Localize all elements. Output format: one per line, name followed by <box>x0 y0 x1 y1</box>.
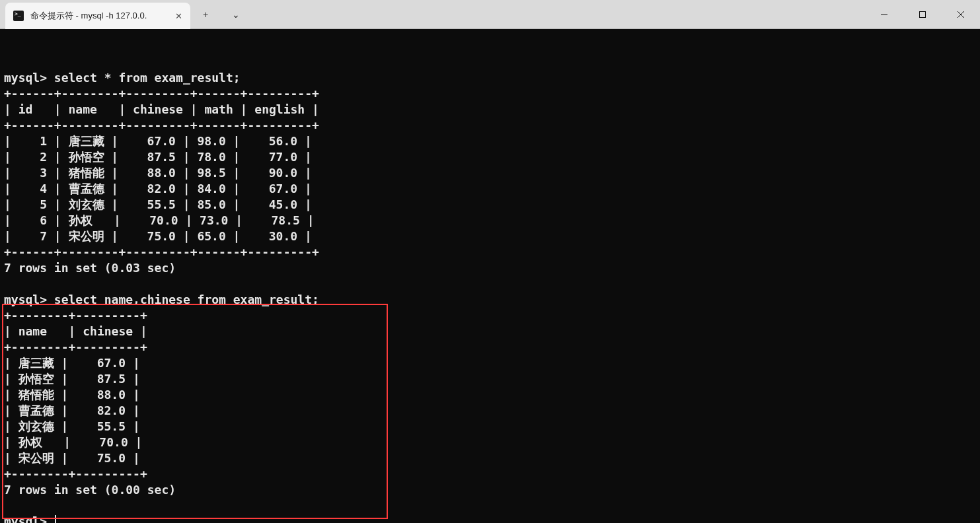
titlebar-drag-area[interactable] <box>251 0 865 28</box>
tab-dropdown-button[interactable]: ⌄ <box>221 0 251 28</box>
svg-rect-1 <box>920 12 926 18</box>
titlebar: 命令提示符 - mysql -h 127.0.0. ✕ + ⌄ <box>0 0 980 29</box>
window-controls <box>865 0 980 28</box>
close-window-button[interactable] <box>942 0 980 29</box>
terminal-output[interactable]: mysql> select * from exam_result; +-----… <box>0 29 980 523</box>
highlight-annotation <box>2 304 388 519</box>
maximize-button[interactable] <box>903 0 942 29</box>
terminal-tab[interactable]: 命令提示符 - mysql -h 127.0.0. ✕ <box>5 3 190 29</box>
new-tab-button[interactable]: + <box>190 0 221 28</box>
close-tab-button[interactable]: ✕ <box>172 9 185 22</box>
terminal-icon <box>13 11 24 21</box>
minimize-button[interactable] <box>865 0 903 29</box>
tab-title: 命令提示符 - mysql -h 127.0.0. <box>30 10 165 22</box>
